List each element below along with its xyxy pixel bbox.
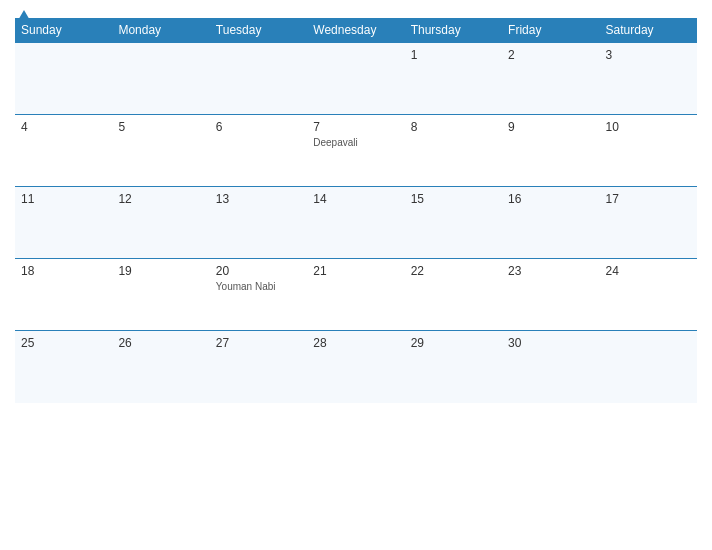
calendar-cell: 14 [307, 187, 404, 259]
calendar-cell: 15 [405, 187, 502, 259]
weekday-header-monday: Monday [112, 18, 209, 43]
logo [15, 10, 31, 22]
calendar-cell: 22 [405, 259, 502, 331]
calendar-cell: 11 [15, 187, 112, 259]
day-number: 27 [216, 336, 301, 350]
weekday-header-wednesday: Wednesday [307, 18, 404, 43]
calendar-cell: 28 [307, 331, 404, 403]
calendar-cell [600, 331, 697, 403]
calendar-cell [112, 43, 209, 115]
day-number: 30 [508, 336, 593, 350]
day-number: 23 [508, 264, 593, 278]
day-number: 4 [21, 120, 106, 134]
day-number: 26 [118, 336, 203, 350]
calendar-cell: 17 [600, 187, 697, 259]
weekday-header-saturday: Saturday [600, 18, 697, 43]
calendar-cell: 12 [112, 187, 209, 259]
week-row-4: 181920Youman Nabi21222324 [15, 259, 697, 331]
calendar-table: SundayMondayTuesdayWednesdayThursdayFrid… [15, 18, 697, 403]
calendar-cell: 8 [405, 115, 502, 187]
day-number: 12 [118, 192, 203, 206]
day-number: 8 [411, 120, 496, 134]
calendar-event: Youman Nabi [216, 281, 301, 292]
week-row-3: 11121314151617 [15, 187, 697, 259]
calendar-cell: 4 [15, 115, 112, 187]
weekday-header-tuesday: Tuesday [210, 18, 307, 43]
weekday-header-thursday: Thursday [405, 18, 502, 43]
day-number: 16 [508, 192, 593, 206]
week-row-1: 123 [15, 43, 697, 115]
calendar-cell: 29 [405, 331, 502, 403]
calendar-cell: 13 [210, 187, 307, 259]
calendar-cell: 1 [405, 43, 502, 115]
calendar-event: Deepavali [313, 137, 398, 148]
calendar-cell: 2 [502, 43, 599, 115]
calendar-cell: 20Youman Nabi [210, 259, 307, 331]
calendar-cell: 26 [112, 331, 209, 403]
day-number: 17 [606, 192, 691, 206]
day-number: 28 [313, 336, 398, 350]
calendar-cell [307, 43, 404, 115]
calendar-cell: 7Deepavali [307, 115, 404, 187]
day-number: 14 [313, 192, 398, 206]
day-number: 24 [606, 264, 691, 278]
day-number: 7 [313, 120, 398, 134]
calendar-cell: 24 [600, 259, 697, 331]
day-number: 22 [411, 264, 496, 278]
day-number: 18 [21, 264, 106, 278]
calendar-cell: 27 [210, 331, 307, 403]
day-number: 1 [411, 48, 496, 62]
day-number: 15 [411, 192, 496, 206]
calendar-container: SundayMondayTuesdayWednesdayThursdayFrid… [0, 0, 712, 550]
calendar-cell: 10 [600, 115, 697, 187]
calendar-cell: 9 [502, 115, 599, 187]
week-row-5: 252627282930 [15, 331, 697, 403]
calendar-cell [210, 43, 307, 115]
day-number: 21 [313, 264, 398, 278]
calendar-cell: 21 [307, 259, 404, 331]
day-number: 25 [21, 336, 106, 350]
day-number: 29 [411, 336, 496, 350]
day-number: 19 [118, 264, 203, 278]
day-number: 20 [216, 264, 301, 278]
day-number: 9 [508, 120, 593, 134]
calendar-cell: 30 [502, 331, 599, 403]
weekday-header-row: SundayMondayTuesdayWednesdayThursdayFrid… [15, 18, 697, 43]
calendar-cell: 19 [112, 259, 209, 331]
calendar-cell: 5 [112, 115, 209, 187]
weekday-header-friday: Friday [502, 18, 599, 43]
day-number: 11 [21, 192, 106, 206]
day-number: 6 [216, 120, 301, 134]
calendar-cell: 16 [502, 187, 599, 259]
logo-triangle-icon [17, 10, 31, 22]
calendar-cell [15, 43, 112, 115]
day-number: 3 [606, 48, 691, 62]
calendar-cell: 3 [600, 43, 697, 115]
day-number: 13 [216, 192, 301, 206]
day-number: 10 [606, 120, 691, 134]
calendar-cell: 23 [502, 259, 599, 331]
calendar-cell: 25 [15, 331, 112, 403]
week-row-2: 4567Deepavali8910 [15, 115, 697, 187]
day-number: 5 [118, 120, 203, 134]
calendar-cell: 18 [15, 259, 112, 331]
calendar-cell: 6 [210, 115, 307, 187]
day-number: 2 [508, 48, 593, 62]
